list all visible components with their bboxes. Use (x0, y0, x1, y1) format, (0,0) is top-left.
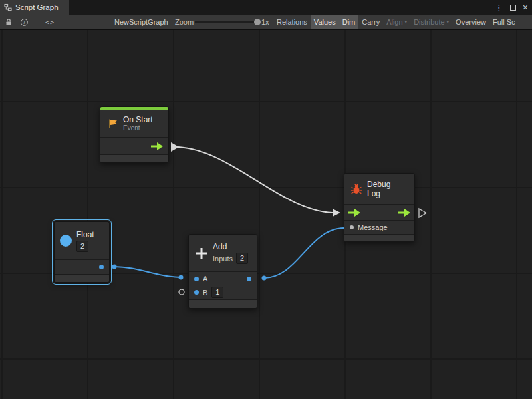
distribute-label: Distribute (414, 18, 444, 26)
float-output-port[interactable] (99, 265, 104, 269)
carry-button[interactable]: Carry (358, 15, 383, 29)
add-port-a-row: A (189, 271, 257, 285)
overview-button[interactable]: Overview (452, 15, 489, 29)
fullscreen-button[interactable]: Full Sc (489, 15, 519, 29)
maximize-icon[interactable] (510, 5, 516, 11)
node-title: On Start (123, 115, 153, 124)
on-start-flow-row (100, 137, 168, 154)
add-header: Add Inputs 2 (189, 235, 257, 271)
script-graph-window: Script Graph ⋮ × i <> NewScriptGraph Zoo… (0, 0, 532, 399)
bug-icon (350, 183, 362, 195)
node-footer (344, 234, 414, 241)
add-input-b-label: B (203, 289, 207, 297)
zoom-slider-handle[interactable] (254, 19, 261, 25)
add-node[interactable]: Add Inputs 2 A B 1 (188, 234, 257, 309)
tab-title: Script Graph (15, 3, 59, 11)
add-input-a-label: A (203, 275, 207, 283)
node-subtitle: Event (123, 124, 140, 132)
add-inputs-count-field[interactable]: 2 (236, 253, 248, 264)
node-title: Add (213, 242, 227, 251)
graph-canvas[interactable] (0, 30, 532, 399)
node-title: Debug (367, 180, 390, 189)
graph-toolbar: i <> NewScriptGraph Zoom 1x Relations Va… (0, 15, 532, 30)
add-input-a-port[interactable] (194, 277, 199, 281)
relations-button[interactable]: Relations (273, 15, 311, 29)
on-start-header: On Start Event (100, 110, 168, 137)
code-icon[interactable]: <> (45, 19, 55, 26)
flow-input-port[interactable] (348, 209, 360, 217)
window-controls: ⋮ × (495, 0, 528, 15)
node-subtitle: Inputs (213, 255, 233, 263)
chevron-down-icon: ▾ (405, 19, 408, 25)
node-footer (189, 299, 257, 308)
plus-icon (195, 247, 208, 260)
float-icon (60, 235, 72, 247)
info-icon[interactable]: i (21, 19, 28, 26)
float-output-row (55, 259, 109, 274)
toolbar-left-icons: i <> (5, 15, 55, 29)
node-title: Float (76, 230, 94, 239)
float-header: Float 2 (55, 222, 109, 259)
message-input-port[interactable] (350, 225, 354, 229)
flag-icon (106, 118, 118, 130)
add-input-b-value-field[interactable]: 1 (211, 287, 223, 298)
tab-script-graph[interactable]: Script Graph (0, 0, 69, 15)
zoom-label: Zoom (175, 18, 194, 26)
zoom-value-label: 1x (261, 18, 269, 26)
add-input-b-port[interactable] (194, 290, 199, 295)
flow-output-port[interactable] (398, 209, 410, 217)
distribute-dropdown: Distribute ▾ (410, 15, 452, 29)
node-subtitle: Log (367, 189, 380, 198)
message-input-row: Message (344, 220, 414, 234)
script-graph-icon (4, 3, 12, 11)
lock-icon[interactable] (5, 18, 13, 27)
node-footer (55, 274, 109, 282)
dim-button[interactable]: Dim (339, 15, 359, 29)
zoom-slider-track[interactable] (195, 21, 258, 23)
float-value-field[interactable]: 2 (76, 241, 88, 252)
add-port-b-row: B 1 (189, 285, 257, 299)
debug-log-header: Debug Log (344, 174, 414, 204)
flow-output-port[interactable] (151, 142, 163, 150)
align-dropdown: Align ▾ (383, 15, 410, 29)
close-icon[interactable]: × (523, 3, 528, 12)
add-output-port[interactable] (247, 277, 251, 281)
debug-flow-row (344, 204, 414, 220)
float-literal-node[interactable]: Float 2 (54, 221, 110, 283)
menu-icon[interactable]: ⋮ (495, 3, 503, 12)
message-label: Message (358, 223, 388, 231)
toolbar-buttons: Relations Values Dim Carry Align ▾ Distr… (273, 15, 519, 29)
on-start-event-node[interactable]: On Start Event (100, 106, 169, 163)
chevron-down-icon: ▾ (447, 19, 450, 25)
values-button[interactable]: Values (311, 15, 339, 29)
graph-name-label: NewScriptGraph (114, 18, 168, 26)
debug-log-node[interactable]: Debug Log Message (344, 173, 415, 242)
node-footer (100, 154, 168, 162)
align-label: Align (386, 18, 402, 26)
tab-bar: Script Graph ⋮ × (0, 0, 532, 15)
